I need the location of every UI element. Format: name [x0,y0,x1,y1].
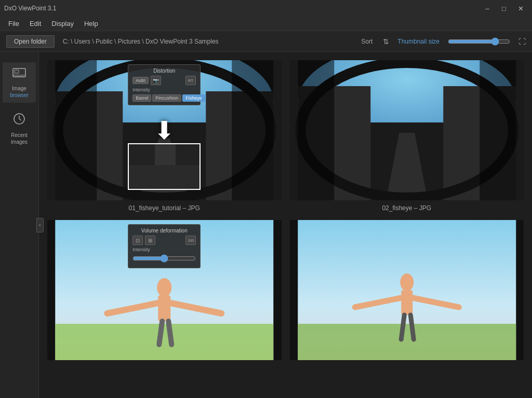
vol-intensity-label: Intensity [132,247,150,252]
svg-line-33 [168,321,171,345]
intensity-row-vol: Intensity [132,247,196,252]
image-thumb-1[interactable]: Distortion Auto 📷 RT Intensity Barrel [47,60,282,200]
svg-point-36 [400,273,414,291]
svg-rect-14 [232,60,273,200]
barrel-button[interactable]: Barrel [132,94,151,102]
sidebar-item-label-recent: Recentimages [11,132,28,145]
menu-file[interactable]: File [4,18,23,29]
intensity-row: Intensity [132,87,196,92]
menu-help[interactable]: Help [80,18,102,29]
svg-rect-17 [129,165,201,190]
svg-line-41 [410,315,414,339]
camera-icon-button[interactable]: 📷 [151,76,161,85]
menu-display[interactable]: Display [47,18,78,29]
folder-path: C: \ Users \ Public \ Pictures \ DxO Vie… [63,38,353,45]
sidebar-item-image-browser[interactable]: Imagebrowser [3,62,36,103]
vol-deform-title: Volume deformation [132,228,196,234]
svg-rect-27 [55,324,273,360]
sort-label: Sort [361,38,373,45]
app-title: DxO ViewPoint 3.1 [4,5,57,12]
image-thumb-2[interactable] [290,60,524,200]
recent-images-icon [12,112,26,129]
svg-rect-0 [13,68,25,77]
svg-rect-1 [15,70,19,73]
image-item-3: Volume deformation ⊡ ⊞ 100 Intensity [47,220,282,364]
menu-edit[interactable]: Edit [25,18,45,29]
image-label-1: 01_fisheye_tutorial – JPG [47,204,282,212]
vol-icon-1[interactable]: ⊡ [132,236,143,245]
window-controls: – □ ✕ [480,3,528,13]
vol-icon-2[interactable]: ⊞ [145,236,155,245]
svg-line-40 [401,315,404,339]
reset-button[interactable]: RT [185,76,196,85]
image-item-4 [290,220,524,364]
svg-rect-35 [298,324,516,360]
title-bar: DxO ViewPoint 3.1 – □ ✕ [0,0,532,17]
sidebar: Imagebrowser Recentimages ‹ [0,52,39,398]
vol-deform-controls: ⊡ ⊞ 100 [132,236,196,245]
svg-line-32 [159,321,162,345]
minimize-button[interactable]: – [480,3,495,13]
sort-icon[interactable]: ⇅ [383,37,389,46]
svg-point-28 [157,278,171,297]
sidebar-item-recent-images[interactable]: Recentimages [3,108,36,149]
down-arrow-indicator: ⬇ [154,116,175,145]
intensity-label: Intensity [132,87,150,92]
svg-line-6 [19,119,21,120]
toolbar: Open folder C: \ Users \ Public \ Pictur… [0,31,532,52]
preview-box [128,143,201,190]
fit-icon[interactable]: ⛶ [518,37,526,46]
thumbnail-size-slider[interactable] [448,37,510,46]
close-button[interactable]: ✕ [513,3,528,13]
menu-bar: File Edit Display Help [0,17,532,31]
pincushion-button[interactable]: Pincushion [152,94,181,102]
vol-value: 100 [185,236,196,245]
image-item-2: 02_fisheye – JPG [290,60,524,212]
image-item-1: Distortion Auto 📷 RT Intensity Barrel [47,60,282,212]
maximize-button[interactable]: □ [497,3,511,13]
distortion-title: Distortion [132,68,196,74]
thumbnail-size-label: Thumbnail size [397,38,440,45]
svg-rect-37 [401,290,413,315]
open-folder-button[interactable]: Open folder [6,35,55,48]
svg-rect-29 [158,295,170,321]
main-layout: Imagebrowser Recentimages ‹ [0,52,532,398]
image-thumb-4[interactable] [290,220,524,360]
svg-rect-13 [55,60,97,200]
sidebar-item-label-image-browser: Imagebrowser [10,85,29,99]
fisheye-button[interactable]: Fisheye [182,94,205,102]
distortion-panel: Distortion Auto 📷 RT Intensity Barrel [128,64,201,105]
volume-deformation-panel: Volume deformation ⊡ ⊞ 100 Intensity [128,224,201,268]
image-grid: Distortion Auto 📷 RT Intensity Barrel [47,60,524,364]
content-area[interactable]: Distortion Auto 📷 RT Intensity Barrel [39,52,532,398]
distortion-controls-row: Auto 📷 RT [132,76,196,85]
image-browser-icon [12,66,26,82]
image-label-2: 02_fisheye – JPG [290,204,524,212]
vol-intensity-slider[interactable] [132,254,196,263]
svg-rect-24 [298,60,334,200]
svg-rect-25 [480,60,516,200]
distortion-type-buttons: Barrel Pincushion Fisheye [132,94,196,102]
sidebar-collapse-button[interactable]: ‹ [36,218,44,232]
image-thumb-3[interactable]: Volume deformation ⊡ ⊞ 100 Intensity [47,220,282,360]
auto-button[interactable]: Auto [132,77,149,84]
